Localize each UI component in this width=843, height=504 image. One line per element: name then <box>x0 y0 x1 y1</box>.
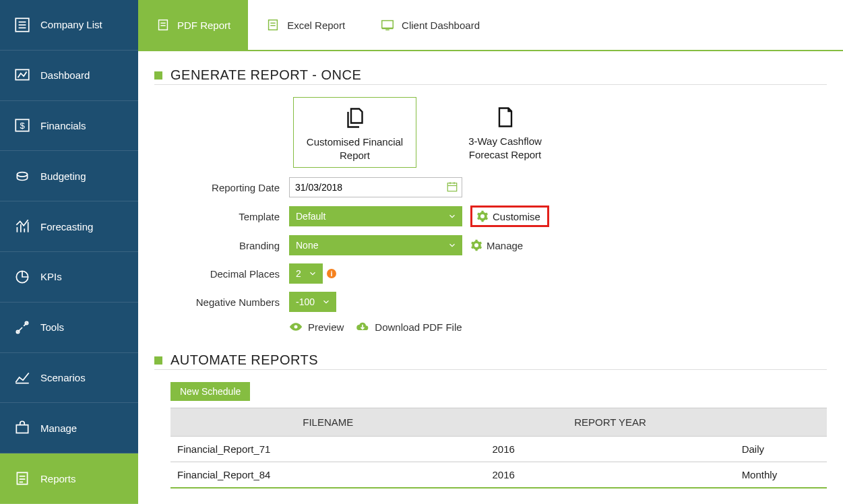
line-chart-icon <box>13 369 31 386</box>
svg-rect-27 <box>382 21 394 28</box>
chevron-down-icon <box>321 297 331 307</box>
sidebar-label: Reports <box>40 473 76 484</box>
eye-icon <box>289 320 303 334</box>
sidebar-label: KPIs <box>40 271 62 282</box>
decimal-dropdown[interactable]: 2 <box>289 263 323 284</box>
sidebar-item-company-list[interactable]: Company List <box>0 0 138 51</box>
sidebar-label: Forecasting <box>40 221 93 232</box>
reporting-date-input[interactable] <box>289 177 462 197</box>
sidebar-item-kpis[interactable]: KPIs <box>0 252 138 303</box>
preview-text: Preview <box>308 321 344 333</box>
manage-branding-button[interactable]: Manage <box>470 239 523 251</box>
excel-icon <box>266 18 280 32</box>
svg-rect-24 <box>269 20 278 30</box>
main: PDF Report Excel Report Client Dashboard… <box>138 0 843 504</box>
svg-text:$: $ <box>20 121 25 131</box>
chevron-down-icon <box>447 241 457 250</box>
tab-label: Excel Report <box>287 20 345 31</box>
sidebar-item-forecasting[interactable]: Forecasting <box>0 201 138 252</box>
sidebar-label: Manage <box>40 422 77 434</box>
label-branding: Branding <box>154 240 289 251</box>
documents-icon <box>343 106 367 130</box>
info-icon[interactable]: i <box>327 269 336 278</box>
sidebar-label: Budgeting <box>40 170 86 182</box>
sidebar-item-dashboard[interactable]: Dashboard <box>0 51 138 101</box>
tab-client-dashboard[interactable]: Client Dashboard <box>363 0 497 51</box>
sidebar-label: Financials <box>40 120 86 131</box>
tab-pdf-report[interactable]: PDF Report <box>138 0 248 51</box>
dashboard-icon <box>380 18 395 32</box>
card-label: 3-Way Cashflow Forecast Report <box>449 135 561 161</box>
download-text: Download PDF File <box>375 321 462 333</box>
col-report-year: REPORT YEAR <box>486 408 735 437</box>
sidebar-label: Scenarios <box>40 372 86 383</box>
col-filename: FILENAME <box>170 408 486 437</box>
coins-icon <box>13 167 31 185</box>
square-marker-icon <box>154 356 162 365</box>
section-title-text: AUTOMATE REPORTS <box>170 352 318 368</box>
cell-freq: Daily <box>735 437 827 462</box>
section-title-automate: AUTOMATE REPORTS <box>154 352 827 370</box>
label-reporting-date: Reporting Date <box>154 182 289 193</box>
cell-filename: Financial_Report_84 <box>170 462 486 489</box>
pdf-icon <box>156 18 170 32</box>
download-button[interactable]: Download PDF File <box>356 320 462 334</box>
tab-excel-report[interactable]: Excel Report <box>248 0 363 51</box>
sidebar-label: Dashboard <box>40 69 90 81</box>
dropdown-value: 2 <box>296 268 301 279</box>
bars-icon <box>13 218 31 235</box>
sidebar-item-budgeting[interactable]: Budgeting <box>0 151 138 201</box>
cell-freq: Monthly <box>735 462 827 489</box>
customise-text: Customise <box>493 211 540 222</box>
chart-icon <box>13 67 31 84</box>
sidebar: Company List Dashboard $ Financials Budg… <box>0 0 138 504</box>
pie-icon <box>13 268 31 286</box>
card-label: Customised Financial Report <box>299 135 410 162</box>
svg-rect-16 <box>16 425 28 433</box>
cell-filename: Financial_Report_71 <box>170 437 486 462</box>
square-marker-icon <box>154 71 162 80</box>
col-frequency <box>735 408 827 437</box>
section-title-generate: GENERATE REPORT - ONCE <box>154 67 827 85</box>
tab-label: Client Dashboard <box>402 20 480 31</box>
gear-icon <box>476 210 489 222</box>
svg-point-7 <box>17 172 27 177</box>
new-schedule-button[interactable]: New Schedule <box>170 382 250 401</box>
cloud-download-icon <box>356 320 369 334</box>
label-decimal: Decimal Places <box>154 268 289 280</box>
label-template: Template <box>154 211 289 222</box>
dropdown-value: None <box>296 240 318 251</box>
template-dropdown[interactable]: Default <box>289 206 462 226</box>
sidebar-item-reports[interactable]: Reports <box>0 453 138 504</box>
tools-icon <box>13 319 31 336</box>
table-row[interactable]: Financial_Report_71 2016 Daily <box>170 437 827 462</box>
dropdown-value: Default <box>296 211 325 222</box>
gear-icon <box>470 239 482 251</box>
reports-table: FILENAME REPORT YEAR Financial_Report_71… <box>170 408 827 489</box>
report-card-cashflow[interactable]: 3-Way Cashflow Forecast Report <box>443 97 567 168</box>
preview-button[interactable]: Preview <box>289 320 344 334</box>
sidebar-label: Tools <box>40 321 64 333</box>
table-row[interactable]: Financial_Report_84 2016 Monthly <box>170 462 827 489</box>
document-icon <box>493 105 518 129</box>
sidebar-item-scenarios[interactable]: Scenarios <box>0 353 138 404</box>
sidebar-item-manage[interactable]: Manage <box>0 403 138 453</box>
negative-dropdown[interactable]: -100 <box>289 292 336 312</box>
sidebar-item-tools[interactable]: Tools <box>0 303 138 353</box>
report-card-customised[interactable]: Customised Financial Report <box>293 97 416 168</box>
sidebar-item-financials[interactable]: $ Financials <box>0 101 138 152</box>
list-icon <box>13 16 31 34</box>
chevron-down-icon <box>447 212 457 221</box>
briefcase-icon <box>13 419 31 437</box>
sidebar-label: Company List <box>40 19 102 30</box>
section-title-text: GENERATE REPORT - ONCE <box>170 67 361 83</box>
cell-year: 2016 <box>486 462 735 489</box>
manage-text: Manage <box>487 240 523 251</box>
customise-button[interactable]: Customise <box>470 206 549 227</box>
svg-rect-21 <box>159 20 168 30</box>
dropdown-value: -100 <box>296 296 315 307</box>
branding-dropdown[interactable]: None <box>289 235 462 255</box>
cell-year: 2016 <box>486 437 735 462</box>
dollar-icon: $ <box>13 117 31 134</box>
svg-point-34 <box>294 325 298 329</box>
